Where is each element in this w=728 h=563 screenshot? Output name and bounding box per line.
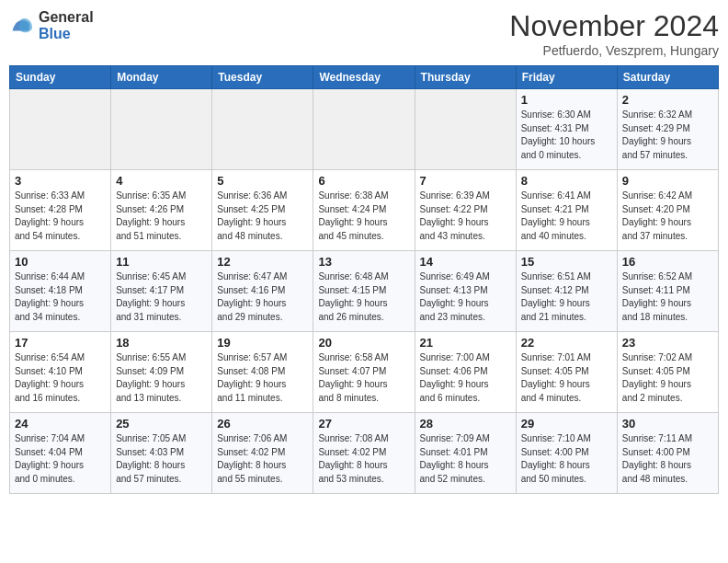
calendar-cell: 8Sunrise: 6:41 AMSunset: 4:21 PMDaylight… — [516, 170, 617, 251]
calendar-cell: 29Sunrise: 7:10 AMSunset: 4:00 PMDayligh… — [516, 413, 617, 494]
week-row-2: 3Sunrise: 6:33 AMSunset: 4:28 PMDaylight… — [10, 170, 719, 251]
weekday-header-tuesday: Tuesday — [212, 66, 313, 89]
calendar-cell: 1Sunrise: 6:30 AMSunset: 4:31 PMDaylight… — [516, 89, 617, 170]
weekday-header-monday: Monday — [111, 66, 212, 89]
day-number: 20 — [318, 336, 409, 350]
day-number: 10 — [15, 255, 106, 269]
day-info: Sunrise: 6:42 AMSunset: 4:20 PMDaylight:… — [622, 190, 713, 243]
day-number: 22 — [521, 336, 612, 350]
day-number: 19 — [217, 336, 308, 350]
day-info: Sunrise: 7:09 AMSunset: 4:01 PMDaylight:… — [420, 432, 511, 486]
day-info: Sunrise: 7:02 AMSunset: 4:05 PMDaylight:… — [622, 351, 713, 405]
day-number: 12 — [217, 255, 308, 269]
day-info: Sunrise: 6:38 AMSunset: 4:24 PMDaylight:… — [318, 190, 409, 243]
calendar-cell: 17Sunrise: 6:54 AMSunset: 4:10 PMDayligh… — [10, 332, 111, 413]
day-info: Sunrise: 6:30 AMSunset: 4:31 PMDaylight:… — [521, 109, 612, 162]
day-number: 21 — [420, 336, 511, 350]
day-info: Sunrise: 7:10 AMSunset: 4:00 PMDaylight:… — [521, 432, 612, 486]
day-info: Sunrise: 7:01 AMSunset: 4:05 PMDaylight:… — [521, 351, 612, 405]
calendar-cell: 25Sunrise: 7:05 AMSunset: 4:03 PMDayligh… — [111, 413, 212, 494]
day-info: Sunrise: 6:41 AMSunset: 4:21 PMDaylight:… — [521, 190, 612, 243]
calendar-cell: 9Sunrise: 6:42 AMSunset: 4:20 PMDaylight… — [617, 170, 718, 251]
weekday-header-thursday: Thursday — [415, 66, 516, 89]
calendar-cell: 28Sunrise: 7:09 AMSunset: 4:01 PMDayligh… — [415, 413, 516, 494]
day-number: 18 — [116, 336, 207, 350]
day-number: 2 — [622, 93, 713, 107]
weekday-header-row: SundayMondayTuesdayWednesdayThursdayFrid… — [10, 66, 719, 89]
calendar-cell: 18Sunrise: 6:55 AMSunset: 4:09 PMDayligh… — [111, 332, 212, 413]
week-row-1: 1Sunrise: 6:30 AMSunset: 4:31 PMDaylight… — [10, 89, 719, 170]
calendar-cell: 20Sunrise: 6:58 AMSunset: 4:07 PMDayligh… — [313, 332, 415, 413]
calendar-cell: 22Sunrise: 7:01 AMSunset: 4:05 PMDayligh… — [516, 332, 617, 413]
logo-general: General — [39, 9, 94, 26]
logo-text: General Blue — [39, 9, 94, 41]
calendar-cell: 23Sunrise: 7:02 AMSunset: 4:05 PMDayligh… — [617, 332, 718, 413]
day-info: Sunrise: 6:55 AMSunset: 4:09 PMDaylight:… — [116, 351, 207, 405]
page-header: General Blue November 2024 Petfuerdo, Ve… — [9, 9, 719, 58]
day-number: 25 — [116, 417, 207, 431]
weekday-header-friday: Friday — [516, 66, 617, 89]
calendar-cell — [10, 89, 111, 170]
day-info: Sunrise: 6:49 AMSunset: 4:13 PMDaylight:… — [420, 270, 511, 324]
calendar-cell: 7Sunrise: 6:39 AMSunset: 4:22 PMDaylight… — [415, 170, 516, 251]
calendar-cell: 2Sunrise: 6:32 AMSunset: 4:29 PMDaylight… — [617, 89, 718, 170]
day-number: 14 — [420, 255, 511, 269]
day-info: Sunrise: 6:54 AMSunset: 4:10 PMDaylight:… — [15, 351, 106, 405]
calendar: SundayMondayTuesdayWednesdayThursdayFrid… — [9, 65, 719, 494]
day-info: Sunrise: 6:36 AMSunset: 4:25 PMDaylight:… — [217, 190, 308, 243]
weekday-header-sunday: Sunday — [10, 66, 111, 89]
day-info: Sunrise: 7:08 AMSunset: 4:02 PMDaylight:… — [318, 432, 409, 486]
calendar-cell: 6Sunrise: 6:38 AMSunset: 4:24 PMDaylight… — [313, 170, 415, 251]
calendar-cell: 14Sunrise: 6:49 AMSunset: 4:13 PMDayligh… — [415, 251, 516, 332]
calendar-cell: 30Sunrise: 7:11 AMSunset: 4:00 PMDayligh… — [617, 413, 718, 494]
day-info: Sunrise: 7:06 AMSunset: 4:02 PMDaylight:… — [217, 432, 308, 486]
calendar-cell: 5Sunrise: 6:36 AMSunset: 4:25 PMDaylight… — [212, 170, 313, 251]
location: Petfuerdo, Veszprem, Hungary — [509, 43, 719, 58]
day-info: Sunrise: 6:32 AMSunset: 4:29 PMDaylight:… — [622, 109, 713, 162]
day-number: 13 — [318, 255, 409, 269]
logo-blue: Blue — [39, 26, 94, 42]
day-number: 16 — [622, 255, 713, 269]
calendar-cell: 11Sunrise: 6:45 AMSunset: 4:17 PMDayligh… — [111, 251, 212, 332]
day-number: 5 — [217, 174, 308, 188]
calendar-cell — [111, 89, 212, 170]
day-number: 30 — [622, 417, 713, 431]
day-info: Sunrise: 6:52 AMSunset: 4:11 PMDaylight:… — [622, 270, 713, 324]
day-number: 27 — [318, 417, 409, 431]
week-row-5: 24Sunrise: 7:04 AMSunset: 4:04 PMDayligh… — [10, 413, 719, 494]
day-number: 26 — [217, 417, 308, 431]
day-number: 15 — [521, 255, 612, 269]
day-info: Sunrise: 7:05 AMSunset: 4:03 PMDaylight:… — [116, 432, 207, 486]
logo: General Blue — [9, 9, 94, 41]
calendar-cell — [313, 89, 415, 170]
day-number: 4 — [116, 174, 207, 188]
day-info: Sunrise: 6:39 AMSunset: 4:22 PMDaylight:… — [420, 190, 511, 243]
calendar-cell: 10Sunrise: 6:44 AMSunset: 4:18 PMDayligh… — [10, 251, 111, 332]
day-number: 7 — [420, 174, 511, 188]
weekday-header-wednesday: Wednesday — [313, 66, 415, 89]
logo-icon — [9, 13, 35, 39]
title-block: November 2024 Petfuerdo, Veszprem, Hunga… — [509, 9, 719, 58]
calendar-cell: 4Sunrise: 6:35 AMSunset: 4:26 PMDaylight… — [111, 170, 212, 251]
day-number: 3 — [15, 174, 106, 188]
calendar-cell: 26Sunrise: 7:06 AMSunset: 4:02 PMDayligh… — [212, 413, 313, 494]
calendar-cell: 12Sunrise: 6:47 AMSunset: 4:16 PMDayligh… — [212, 251, 313, 332]
day-info: Sunrise: 6:51 AMSunset: 4:12 PMDaylight:… — [521, 270, 612, 324]
day-number: 29 — [521, 417, 612, 431]
calendar-cell: 15Sunrise: 6:51 AMSunset: 4:12 PMDayligh… — [516, 251, 617, 332]
calendar-cell: 19Sunrise: 6:57 AMSunset: 4:08 PMDayligh… — [212, 332, 313, 413]
day-info: Sunrise: 6:58 AMSunset: 4:07 PMDaylight:… — [318, 351, 409, 405]
calendar-cell — [415, 89, 516, 170]
day-info: Sunrise: 6:44 AMSunset: 4:18 PMDaylight:… — [15, 270, 106, 324]
calendar-cell: 13Sunrise: 6:48 AMSunset: 4:15 PMDayligh… — [313, 251, 415, 332]
calendar-cell: 16Sunrise: 6:52 AMSunset: 4:11 PMDayligh… — [617, 251, 718, 332]
day-info: Sunrise: 6:57 AMSunset: 4:08 PMDaylight:… — [217, 351, 308, 405]
day-number: 1 — [521, 93, 612, 107]
day-number: 11 — [116, 255, 207, 269]
day-number: 23 — [622, 336, 713, 350]
day-info: Sunrise: 7:04 AMSunset: 4:04 PMDaylight:… — [15, 432, 106, 486]
day-info: Sunrise: 6:47 AMSunset: 4:16 PMDaylight:… — [217, 270, 308, 324]
week-row-4: 17Sunrise: 6:54 AMSunset: 4:10 PMDayligh… — [10, 332, 719, 413]
day-number: 8 — [521, 174, 612, 188]
day-info: Sunrise: 6:33 AMSunset: 4:28 PMDaylight:… — [15, 190, 106, 243]
